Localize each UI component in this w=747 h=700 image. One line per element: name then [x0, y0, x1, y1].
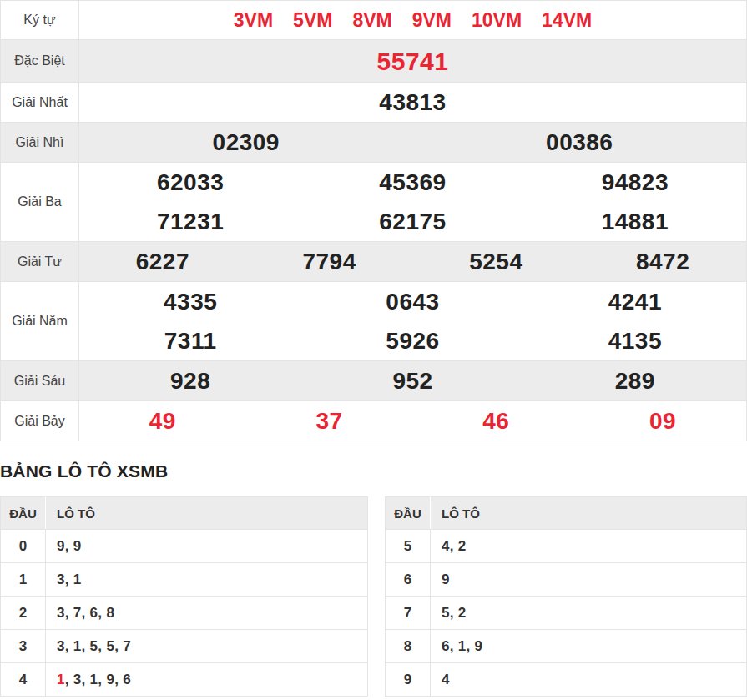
loto-hot-digit: 1 — [57, 672, 65, 687]
prize-number: 62033 — [157, 163, 224, 202]
prize-row-dacbiet: Đặc Biệt 55741 — [1, 40, 746, 83]
prize-label: Giải Năm — [1, 282, 79, 360]
loto-tables: ĐẦU LÔ TÔ 0 9, 9 1 3, 1 2 3, 7, 6, 8 3 3… — [0, 496, 747, 697]
kytu-code: 10VM — [472, 9, 522, 32]
loto-head-digit: 4 — [1, 663, 46, 697]
prize-label: Giải Ba — [1, 163, 79, 241]
loto-row: 8 6, 1, 9 — [386, 630, 747, 663]
prize-number: 02309 — [213, 123, 280, 162]
prize-number-special: 55741 — [377, 42, 449, 81]
prize-label: Giải Nhất — [1, 83, 79, 122]
loto-values: 6, 1, 9 — [431, 630, 747, 663]
prize-number: 7311 — [164, 321, 217, 360]
loto-head-digit: 9 — [386, 663, 431, 697]
prize-number: 7794 — [302, 242, 356, 281]
prize-row-bay: Giải Bảy 49 37 46 09 — [1, 401, 746, 441]
prize-number: 4135 — [608, 321, 662, 360]
loto-digit-list: 9, 9 — [57, 538, 82, 554]
loto-digit-list: , 3, 1, 9, 6 — [65, 672, 131, 687]
prize-number-seventh: 09 — [649, 401, 676, 441]
loto-row: 1 3, 1 — [1, 563, 368, 597]
loto-header-row: ĐẦU LÔ TÔ — [386, 497, 747, 530]
loto-digit-list: 4 — [442, 672, 450, 687]
loto-row: 9 4 — [386, 663, 747, 697]
prize-number: 62175 — [379, 202, 446, 241]
loto-digit-list: 9 — [442, 572, 450, 587]
prize-row-sau: Giải Sáu 928 952 289 — [1, 361, 746, 401]
prize-row-nam: Giải Năm 4335 0643 4241 7311 5926 4135 — [1, 282, 746, 361]
prize-number: 952 — [392, 361, 432, 400]
loto-values: 9, 9 — [46, 530, 368, 563]
kytu-code: 8VM — [352, 9, 391, 32]
prize-number: 5254 — [469, 242, 522, 281]
loto-digit-list: 3, 1, 5, 5, 7 — [57, 638, 131, 654]
prize-number: 8472 — [636, 242, 689, 281]
prize-number: 5926 — [386, 321, 439, 360]
loto-table-right: ĐẦU LÔ TÔ 5 4, 2 6 9 7 5, 2 8 6, 1, 9 9 — [385, 496, 747, 697]
prize-number: 43813 — [379, 83, 446, 122]
loto-values: 3, 1 — [46, 563, 368, 597]
loto-row: 0 9, 9 — [1, 530, 368, 563]
prize-number: 00386 — [546, 123, 613, 162]
loto-row: 5 4, 2 — [386, 530, 747, 563]
prize-row-tu: Giải Tư 6227 7794 5254 8472 — [1, 242, 746, 282]
prize-label: Đặc Biệt — [1, 40, 79, 82]
loto-values: 4 — [431, 663, 747, 697]
kytu-codes: 3VM 5VM 8VM 9VM 10VM 14VM — [79, 1, 746, 39]
loto-values: 3, 1, 5, 5, 7 — [46, 630, 368, 663]
kytu-code: 3VM — [234, 9, 273, 32]
prize-label: Giải Bảy — [1, 401, 79, 441]
loto-values: 4, 2 — [431, 530, 747, 563]
loto-digit-list: 6, 1, 9 — [442, 638, 482, 654]
loto-digit-list: 4, 2 — [442, 538, 467, 554]
loto-values: 3, 7, 6, 8 — [46, 597, 368, 630]
prize-label: Giải Tư — [1, 242, 79, 281]
prize-number-seventh: 49 — [149, 401, 176, 441]
loto-head-digit: 1 — [1, 563, 46, 597]
prize-row-nhat: Giải Nhất 43813 — [1, 83, 746, 123]
loto-col-loto: LÔ TÔ — [46, 497, 368, 530]
kytu-code: 5VM — [293, 9, 332, 32]
prize-number: 928 — [170, 361, 210, 400]
prize-number: 14881 — [602, 202, 669, 241]
prize-row-kytu: Ký tự 3VM 5VM 8VM 9VM 10VM 14VM — [1, 1, 746, 40]
prize-number: 289 — [615, 361, 655, 400]
prize-row-nhi: Giải Nhì 02309 00386 — [1, 123, 746, 163]
results-table: Ký tự 3VM 5VM 8VM 9VM 10VM 14VM Đặc Biệt… — [0, 0, 747, 441]
prize-number-seventh: 46 — [482, 401, 509, 441]
prize-row-ba: Giải Ba 62033 45369 94823 71231 62175 14… — [1, 163, 746, 242]
loto-digit-list: 3, 1 — [57, 572, 82, 587]
loto-row: 3 3, 1, 5, 5, 7 — [1, 630, 368, 663]
loto-head-digit: 0 — [1, 530, 46, 563]
prize-number: 94823 — [602, 163, 669, 202]
prize-number: 45369 — [379, 163, 446, 202]
loto-col-dau: ĐẦU — [1, 497, 46, 530]
loto-table-left: ĐẦU LÔ TÔ 0 9, 9 1 3, 1 2 3, 7, 6, 8 3 3… — [0, 496, 368, 697]
prize-label: Giải Nhì — [1, 123, 79, 162]
loto-row: 6 9 — [386, 563, 747, 597]
kytu-code: 9VM — [412, 9, 452, 32]
loto-head-digit: 3 — [1, 630, 46, 663]
loto-row: 7 5, 2 — [386, 597, 747, 630]
prize-number-seventh: 37 — [316, 401, 343, 441]
loto-digit-list: 3, 7, 6, 8 — [57, 605, 114, 621]
loto-header-row: ĐẦU LÔ TÔ — [1, 497, 368, 530]
loto-head-digit: 5 — [386, 530, 431, 563]
loto-row: 4 1, 3, 1, 9, 6 — [1, 663, 368, 697]
loto-head-digit: 7 — [386, 597, 431, 630]
prize-label: Ký tự — [1, 1, 79, 39]
loto-row: 2 3, 7, 6, 8 — [1, 597, 368, 630]
loto-col-dau: ĐẦU — [386, 497, 431, 530]
prize-label: Giải Sáu — [1, 361, 79, 400]
loto-digit-list: 5, 2 — [442, 605, 467, 621]
loto-head-digit: 8 — [386, 630, 431, 663]
kytu-code: 14VM — [542, 9, 592, 32]
loto-section-title: BẢNG LÔ TÔ XSMB — [0, 461, 747, 481]
prize-number: 4335 — [164, 282, 217, 321]
loto-head-digit: 2 — [1, 597, 46, 630]
loto-head-digit: 6 — [386, 563, 431, 597]
loto-values: 5, 2 — [431, 597, 747, 630]
loto-col-loto: LÔ TÔ — [431, 497, 747, 530]
prize-number: 4241 — [608, 282, 662, 321]
prize-number: 71231 — [157, 202, 224, 241]
